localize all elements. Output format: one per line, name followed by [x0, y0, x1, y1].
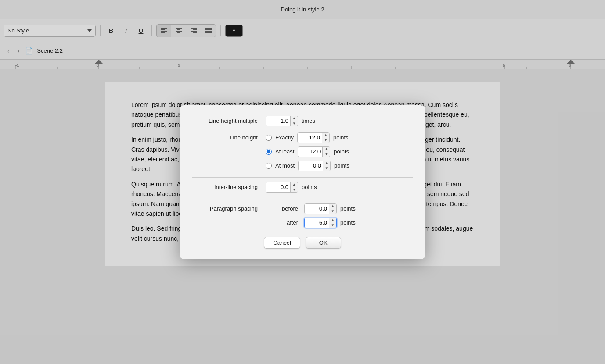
- at-least-unit: points: [334, 148, 351, 155]
- spacing-after-unit: points: [340, 219, 358, 226]
- inter-line-spacing-label: Inter-line spacing: [192, 184, 262, 190]
- spacing-before-unit: points: [340, 205, 358, 212]
- line-height-multiple-increment[interactable]: ▲: [291, 116, 298, 121]
- spacing-before-row: before ▲ ▼ points: [266, 203, 358, 214]
- cancel-button[interactable]: Cancel: [264, 237, 300, 249]
- at-most-input-wrap: ▲ ▼: [298, 161, 331, 171]
- line-height-radio-group: Exactly ▲ ▼ points At least: [266, 132, 352, 171]
- at-least-input[interactable]: [298, 146, 322, 157]
- inter-line-spacing-row: Inter-line spacing ▲ ▼ points: [192, 182, 413, 193]
- spacing-after-row: after ▲ ▼ points: [266, 218, 358, 228]
- exactly-input-wrap: ▲ ▼: [297, 132, 330, 143]
- spacing-before-input-wrap: ▲ ▼: [304, 203, 337, 214]
- exactly-increment[interactable]: ▲: [322, 132, 329, 138]
- divider-1: [192, 177, 413, 178]
- spacing-after-stepper: ▲ ▼: [329, 218, 336, 228]
- at-least-label: At least: [275, 148, 294, 155]
- line-height-multiple-stepper: ▲ ▼: [290, 116, 298, 126]
- at-most-stepper: ▲ ▼: [323, 161, 330, 171]
- at-most-radio[interactable]: [266, 163, 272, 169]
- at-most-row: At most ▲ ▼ points: [266, 161, 352, 171]
- ok-button[interactable]: OK: [306, 237, 341, 249]
- inter-line-spacing-input[interactable]: [266, 182, 290, 193]
- at-most-unit: points: [334, 162, 352, 169]
- exactly-stepper: ▲ ▼: [322, 132, 329, 143]
- inter-line-spacing-stepper: ▲ ▼: [290, 182, 298, 193]
- paragraph-spacing-section: Paragraph spacing before ▲ ▼ points: [192, 203, 413, 228]
- line-height-multiple-unit: times: [302, 118, 319, 124]
- inter-line-spacing-decrement[interactable]: ▼: [291, 187, 298, 193]
- spacing-before-increment[interactable]: ▲: [329, 203, 336, 209]
- inter-line-spacing-unit: points: [302, 184, 319, 190]
- line-height-multiple-decrement[interactable]: ▼: [291, 121, 298, 126]
- at-most-decrement[interactable]: ▼: [323, 166, 330, 171]
- paragraph-formatting-dialog: Line height multiple ▲ ▼ times Line heig…: [180, 105, 425, 259]
- modal-overlay: Line height multiple ▲ ▼ times Line heig…: [0, 0, 605, 364]
- exactly-row: Exactly ▲ ▼ points: [266, 132, 352, 143]
- paragraph-spacing-rows: before ▲ ▼ points after: [266, 203, 358, 228]
- line-height-multiple-label: Line height multiple: [192, 118, 262, 124]
- at-least-decrement[interactable]: ▼: [323, 152, 330, 157]
- exactly-label: Exactly: [275, 134, 294, 141]
- modal-buttons: Cancel OK: [192, 237, 413, 249]
- spacing-after-input-wrap: ▲ ▼: [304, 218, 337, 228]
- paragraph-spacing-label: Paragraph spacing: [192, 203, 262, 212]
- spacing-before-label: before: [266, 205, 301, 212]
- divider-2: [192, 199, 413, 199]
- spacing-after-decrement[interactable]: ▼: [329, 223, 336, 228]
- spacing-after-increment[interactable]: ▲: [329, 218, 336, 223]
- line-height-multiple-input[interactable]: [266, 116, 290, 126]
- spacing-before-input[interactable]: [305, 203, 329, 214]
- spacing-before-stepper: ▲ ▼: [329, 203, 336, 214]
- line-height-section: Line height Exactly ▲ ▼ points: [192, 132, 413, 171]
- exactly-radio[interactable]: [266, 135, 272, 141]
- at-least-input-wrap: ▲ ▼: [298, 146, 330, 157]
- exactly-decrement[interactable]: ▼: [322, 138, 329, 143]
- exactly-unit: points: [333, 134, 351, 141]
- at-least-stepper: ▲ ▼: [322, 146, 330, 157]
- at-most-input[interactable]: [299, 161, 323, 171]
- spacing-after-input[interactable]: [305, 218, 329, 228]
- line-height-multiple-row: Line height multiple ▲ ▼ times: [192, 116, 413, 126]
- line-height-label: Line height: [192, 132, 262, 141]
- at-least-increment[interactable]: ▲: [323, 146, 330, 152]
- inter-line-spacing-input-wrap: ▲ ▼: [266, 182, 298, 193]
- at-most-label: At most: [275, 162, 295, 169]
- at-least-radio[interactable]: [266, 149, 272, 155]
- at-least-row: At least ▲ ▼ points: [266, 146, 352, 157]
- inter-line-spacing-increment[interactable]: ▲: [291, 182, 298, 187]
- spacing-after-label: after: [266, 219, 301, 226]
- line-height-multiple-input-wrap: ▲ ▼: [266, 116, 298, 126]
- spacing-before-decrement[interactable]: ▼: [329, 209, 336, 214]
- exactly-input[interactable]: [298, 132, 322, 143]
- at-most-increment[interactable]: ▲: [323, 161, 330, 166]
